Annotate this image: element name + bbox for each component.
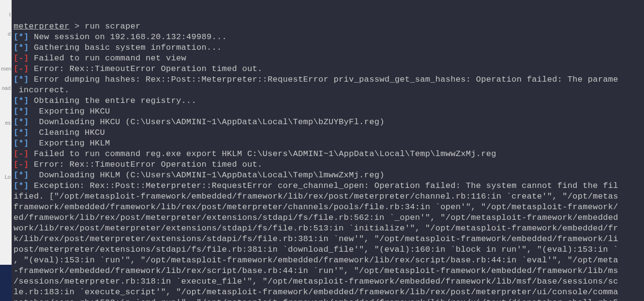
terminal-line: ified. ["/opt/metasploit-framework/embed… [14, 191, 642, 202]
terminal-line: [*] Exception: Rex::Post::Meterpreter::R… [14, 181, 642, 191]
terminal-line: [-] Failed to run command net view [14, 53, 642, 64]
info-tag-icon: [*] [14, 107, 29, 116]
terminal-line: le.rb:183:in `execute_script'", "/opt/me… [14, 287, 642, 298]
sidebar-item: Lo [0, 171, 12, 183]
sidebar-item: men [0, 63, 12, 74]
terminal-line: [*] Obtaining the entire registry... [14, 96, 642, 106]
error-tag-icon: [-] [14, 54, 29, 63]
terminal-text: /sessions/meterpreter.rb:318:in `execute… [14, 277, 618, 286]
terminal-text: Exception: Rex::Post::Meterpreter::Reque… [29, 181, 618, 190]
sidebar-item: oad [0, 82, 12, 94]
info-tag-icon: [*] [14, 96, 29, 105]
terminal-text: Error dumping hashes: Rex::Post::Meterpr… [29, 75, 618, 84]
terminal-line: [-] Failed to run command reg.exe export… [14, 149, 642, 159]
terminal-text: , "(eval):153:in `run'", "/opt/metasploi… [14, 256, 618, 265]
error-tag-icon: [-] [14, 64, 29, 73]
terminal-text: le.rb:183:in `execute_script'", "/opt/me… [14, 287, 618, 297]
terminal-text: Obtaining the entire registry... [29, 96, 197, 105]
info-tag-icon: [*] [14, 128, 29, 137]
terminal-text: Exporting HKCU [29, 107, 110, 116]
terminal-line: framework/embedded/framework/lib/rex/pos… [14, 202, 642, 213]
terminal-line: k/lib/rex/post/meterpreter/extensions/st… [14, 234, 642, 244]
terminal-line: /sessions/meterpreter.rb:318:in `execute… [14, 276, 642, 287]
terminal-text: New session on 192.168.20.132:49989... [29, 32, 227, 42]
terminal-text: Downloading HKLM (C:\Users\ADMINI~1\AppD… [29, 171, 385, 180]
prompt-label: meterpreter [14, 22, 70, 31]
terminal-text: ified. ["/opt/metasploit-framework/embed… [14, 192, 618, 201]
sidebar-item: d [0, 28, 12, 40]
terminal-line: patcher/core.rb:1502:in `cmd_run'", "/op… [14, 298, 642, 301]
terminal-line: incorrect. [14, 85, 642, 96]
terminal-text: work/lib/rex/post/meterpreter/extensions… [14, 224, 618, 233]
bottom-bar [0, 265, 12, 301]
terminal-line: work/lib/rex/post/meterpreter/extensions… [14, 223, 642, 234]
terminal-text: Exporting HKLM [29, 139, 110, 148]
info-tag-icon: [*] [14, 32, 29, 42]
info-tag-icon: [*] [14, 43, 29, 52]
terminal-line: [*] Exporting HKLM [14, 138, 642, 149]
sidebar-fragment: t d men oad es Lo [0, 0, 12, 301]
info-tag-icon: [*] [14, 171, 29, 180]
terminal-line: [*] Cleaning HKCU [14, 128, 642, 138]
info-tag-icon: [*] [14, 181, 29, 190]
prompt-separator: > [70, 22, 85, 31]
terminal-line: post/meterpreter/extensions/stdapi/fs/fi… [14, 244, 642, 255]
terminal-line: [*] Downloading HKLM (C:\Users\ADMINI~1\… [14, 170, 642, 181]
terminal-text: Failed to run command reg.exe export HKL… [29, 149, 496, 158]
error-tag-icon: [-] [14, 160, 29, 169]
terminal-line: [-] Error: Rex::TimeoutError Operation t… [14, 159, 642, 170]
terminal-text: patcher/core.rb:1502:in `cmd_run'", "/op… [14, 298, 618, 301]
command-text: run scraper [85, 22, 141, 31]
terminal-text: Cleaning HKCU [29, 128, 105, 137]
terminal-line: [*] Gathering basic system information..… [14, 43, 642, 53]
terminal-text: Error: Rex::TimeoutError Operation timed… [29, 64, 263, 73]
terminal-text: Downloading HKCU (C:\Users\ADMINI~1\AppD… [29, 117, 385, 127]
terminal-line: [*] Exporting HKCU [14, 106, 642, 117]
terminal-text: k/lib/rex/post/meterpreter/extensions/st… [14, 234, 618, 244]
terminal-line: [-] Error: Rex::TimeoutError Operation t… [14, 64, 642, 74]
terminal-text: framework/embedded/framework/lib/rex/pos… [14, 202, 618, 212]
terminal-line: [*] New session on 192.168.20.132:49989.… [14, 32, 642, 43]
terminal-line: [*] Downloading HKCU (C:\Users\ADMINI~1\… [14, 117, 642, 128]
terminal-text: -framework/embedded/framework/lib/rex/sc… [14, 266, 618, 275]
terminal-line: [*] Error dumping hashes: Rex::Post::Met… [14, 74, 642, 85]
error-tag-icon: [-] [14, 149, 29, 158]
terminal-line: -framework/embedded/framework/lib/rex/sc… [14, 266, 642, 276]
terminal-text: Gathering basic system information... [29, 43, 222, 52]
prompt-line: meterpreter > run scraper [14, 21, 642, 32]
sidebar-item: es [0, 117, 12, 129]
terminal-line: ed/framework/lib/rex/post/meterpreter/ex… [14, 213, 642, 223]
info-tag-icon: [*] [14, 75, 29, 84]
info-tag-icon: [*] [14, 139, 29, 148]
terminal-output[interactable]: meterpreter > run scraper[*] New session… [12, 0, 644, 301]
terminal-text: ed/framework/lib/rex/post/meterpreter/ex… [14, 213, 618, 222]
terminal-text: post/meterpreter/extensions/stdapi/fs/fi… [14, 245, 618, 254]
terminal-text: Error: Rex::TimeoutError Operation timed… [29, 160, 263, 169]
terminal-text: Failed to run command net view [29, 54, 187, 63]
terminal-text: incorrect. [14, 86, 70, 95]
terminal-line: , "(eval):153:in `run'", "/opt/metasploi… [14, 255, 642, 266]
sidebar-item: t [0, 9, 12, 20]
info-tag-icon: [*] [14, 117, 29, 127]
